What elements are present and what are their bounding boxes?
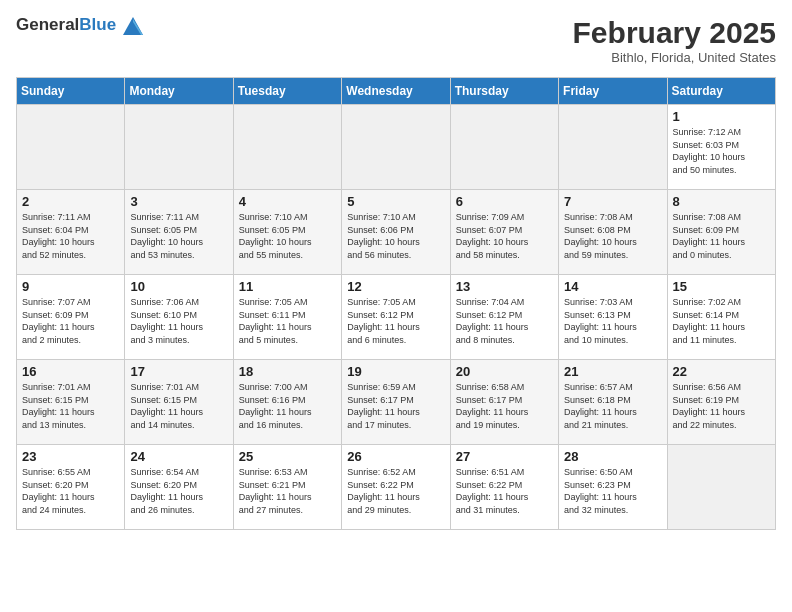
day-cell: [17, 105, 125, 190]
day-cell: 18Sunrise: 7:00 AM Sunset: 6:16 PM Dayli…: [233, 360, 341, 445]
day-cell: 26Sunrise: 6:52 AM Sunset: 6:22 PM Dayli…: [342, 445, 450, 530]
calendar-table: SundayMondayTuesdayWednesdayThursdayFrid…: [16, 77, 776, 530]
day-info: Sunrise: 7:06 AM Sunset: 6:10 PM Dayligh…: [130, 296, 227, 346]
day-info: Sunrise: 7:08 AM Sunset: 6:09 PM Dayligh…: [673, 211, 770, 261]
day-number: 19: [347, 364, 444, 379]
day-info: Sunrise: 6:56 AM Sunset: 6:19 PM Dayligh…: [673, 381, 770, 431]
logo-blue-text: Blue: [79, 15, 116, 34]
logo-text: GeneralBlue: [16, 16, 143, 35]
day-cell: 24Sunrise: 6:54 AM Sunset: 6:20 PM Dayli…: [125, 445, 233, 530]
day-cell: 11Sunrise: 7:05 AM Sunset: 6:11 PM Dayli…: [233, 275, 341, 360]
day-number: 1: [673, 109, 770, 124]
day-info: Sunrise: 7:09 AM Sunset: 6:07 PM Dayligh…: [456, 211, 553, 261]
day-info: Sunrise: 7:02 AM Sunset: 6:14 PM Dayligh…: [673, 296, 770, 346]
day-cell: [125, 105, 233, 190]
day-cell: 1Sunrise: 7:12 AM Sunset: 6:03 PM Daylig…: [667, 105, 775, 190]
day-cell: 8Sunrise: 7:08 AM Sunset: 6:09 PM Daylig…: [667, 190, 775, 275]
day-number: 4: [239, 194, 336, 209]
day-number: 5: [347, 194, 444, 209]
day-info: Sunrise: 7:12 AM Sunset: 6:03 PM Dayligh…: [673, 126, 770, 176]
day-cell: [450, 105, 558, 190]
day-number: 25: [239, 449, 336, 464]
column-header-friday: Friday: [559, 78, 667, 105]
day-info: Sunrise: 7:10 AM Sunset: 6:06 PM Dayligh…: [347, 211, 444, 261]
day-info: Sunrise: 7:11 AM Sunset: 6:04 PM Dayligh…: [22, 211, 119, 261]
day-cell: 25Sunrise: 6:53 AM Sunset: 6:21 PM Dayli…: [233, 445, 341, 530]
day-info: Sunrise: 6:54 AM Sunset: 6:20 PM Dayligh…: [130, 466, 227, 516]
header-row: SundayMondayTuesdayWednesdayThursdayFrid…: [17, 78, 776, 105]
day-info: Sunrise: 7:01 AM Sunset: 6:15 PM Dayligh…: [22, 381, 119, 431]
day-number: 22: [673, 364, 770, 379]
day-cell: 17Sunrise: 7:01 AM Sunset: 6:15 PM Dayli…: [125, 360, 233, 445]
day-info: Sunrise: 6:51 AM Sunset: 6:22 PM Dayligh…: [456, 466, 553, 516]
column-header-saturday: Saturday: [667, 78, 775, 105]
day-number: 3: [130, 194, 227, 209]
day-number: 24: [130, 449, 227, 464]
day-number: 10: [130, 279, 227, 294]
day-number: 14: [564, 279, 661, 294]
day-info: Sunrise: 7:08 AM Sunset: 6:08 PM Dayligh…: [564, 211, 661, 261]
day-number: 21: [564, 364, 661, 379]
day-number: 9: [22, 279, 119, 294]
day-number: 27: [456, 449, 553, 464]
day-info: Sunrise: 7:03 AM Sunset: 6:13 PM Dayligh…: [564, 296, 661, 346]
day-info: Sunrise: 7:01 AM Sunset: 6:15 PM Dayligh…: [130, 381, 227, 431]
day-cell: [559, 105, 667, 190]
day-info: Sunrise: 6:59 AM Sunset: 6:17 PM Dayligh…: [347, 381, 444, 431]
day-number: 15: [673, 279, 770, 294]
column-header-thursday: Thursday: [450, 78, 558, 105]
week-row-3: 9Sunrise: 7:07 AM Sunset: 6:09 PM Daylig…: [17, 275, 776, 360]
logo: GeneralBlue: [16, 16, 143, 35]
day-number: 26: [347, 449, 444, 464]
day-number: 18: [239, 364, 336, 379]
day-info: Sunrise: 7:10 AM Sunset: 6:05 PM Dayligh…: [239, 211, 336, 261]
column-header-monday: Monday: [125, 78, 233, 105]
day-info: Sunrise: 7:11 AM Sunset: 6:05 PM Dayligh…: [130, 211, 227, 261]
day-cell: 16Sunrise: 7:01 AM Sunset: 6:15 PM Dayli…: [17, 360, 125, 445]
day-info: Sunrise: 7:05 AM Sunset: 6:12 PM Dayligh…: [347, 296, 444, 346]
calendar-body: 1Sunrise: 7:12 AM Sunset: 6:03 PM Daylig…: [17, 105, 776, 530]
day-cell: [342, 105, 450, 190]
day-cell: 4Sunrise: 7:10 AM Sunset: 6:05 PM Daylig…: [233, 190, 341, 275]
day-cell: 22Sunrise: 6:56 AM Sunset: 6:19 PM Dayli…: [667, 360, 775, 445]
day-cell: 15Sunrise: 7:02 AM Sunset: 6:14 PM Dayli…: [667, 275, 775, 360]
day-info: Sunrise: 6:50 AM Sunset: 6:23 PM Dayligh…: [564, 466, 661, 516]
day-cell: 12Sunrise: 7:05 AM Sunset: 6:12 PM Dayli…: [342, 275, 450, 360]
day-info: Sunrise: 7:00 AM Sunset: 6:16 PM Dayligh…: [239, 381, 336, 431]
day-cell: 3Sunrise: 7:11 AM Sunset: 6:05 PM Daylig…: [125, 190, 233, 275]
day-info: Sunrise: 7:04 AM Sunset: 6:12 PM Dayligh…: [456, 296, 553, 346]
title-block: February 2025 Bithlo, Florida, United St…: [573, 16, 776, 65]
day-cell: 19Sunrise: 6:59 AM Sunset: 6:17 PM Dayli…: [342, 360, 450, 445]
day-number: 13: [456, 279, 553, 294]
day-cell: [667, 445, 775, 530]
day-number: 23: [22, 449, 119, 464]
column-header-wednesday: Wednesday: [342, 78, 450, 105]
day-cell: 28Sunrise: 6:50 AM Sunset: 6:23 PM Dayli…: [559, 445, 667, 530]
day-number: 2: [22, 194, 119, 209]
week-row-1: 1Sunrise: 7:12 AM Sunset: 6:03 PM Daylig…: [17, 105, 776, 190]
day-info: Sunrise: 6:53 AM Sunset: 6:21 PM Dayligh…: [239, 466, 336, 516]
day-cell: 6Sunrise: 7:09 AM Sunset: 6:07 PM Daylig…: [450, 190, 558, 275]
day-cell: 23Sunrise: 6:55 AM Sunset: 6:20 PM Dayli…: [17, 445, 125, 530]
column-header-sunday: Sunday: [17, 78, 125, 105]
day-cell: 14Sunrise: 7:03 AM Sunset: 6:13 PM Dayli…: [559, 275, 667, 360]
calendar-header: SundayMondayTuesdayWednesdayThursdayFrid…: [17, 78, 776, 105]
day-number: 17: [130, 364, 227, 379]
day-cell: 5Sunrise: 7:10 AM Sunset: 6:06 PM Daylig…: [342, 190, 450, 275]
day-cell: 21Sunrise: 6:57 AM Sunset: 6:18 PM Dayli…: [559, 360, 667, 445]
day-info: Sunrise: 6:58 AM Sunset: 6:17 PM Dayligh…: [456, 381, 553, 431]
week-row-2: 2Sunrise: 7:11 AM Sunset: 6:04 PM Daylig…: [17, 190, 776, 275]
day-info: Sunrise: 6:55 AM Sunset: 6:20 PM Dayligh…: [22, 466, 119, 516]
day-info: Sunrise: 6:57 AM Sunset: 6:18 PM Dayligh…: [564, 381, 661, 431]
day-info: Sunrise: 6:52 AM Sunset: 6:22 PM Dayligh…: [347, 466, 444, 516]
day-cell: [233, 105, 341, 190]
day-number: 28: [564, 449, 661, 464]
day-cell: 9Sunrise: 7:07 AM Sunset: 6:09 PM Daylig…: [17, 275, 125, 360]
day-cell: 13Sunrise: 7:04 AM Sunset: 6:12 PM Dayli…: [450, 275, 558, 360]
column-header-tuesday: Tuesday: [233, 78, 341, 105]
day-cell: 20Sunrise: 6:58 AM Sunset: 6:17 PM Dayli…: [450, 360, 558, 445]
day-number: 8: [673, 194, 770, 209]
day-cell: 27Sunrise: 6:51 AM Sunset: 6:22 PM Dayli…: [450, 445, 558, 530]
page-header: GeneralBlue February 2025 Bithlo, Florid…: [16, 16, 776, 65]
day-cell: 2Sunrise: 7:11 AM Sunset: 6:04 PM Daylig…: [17, 190, 125, 275]
